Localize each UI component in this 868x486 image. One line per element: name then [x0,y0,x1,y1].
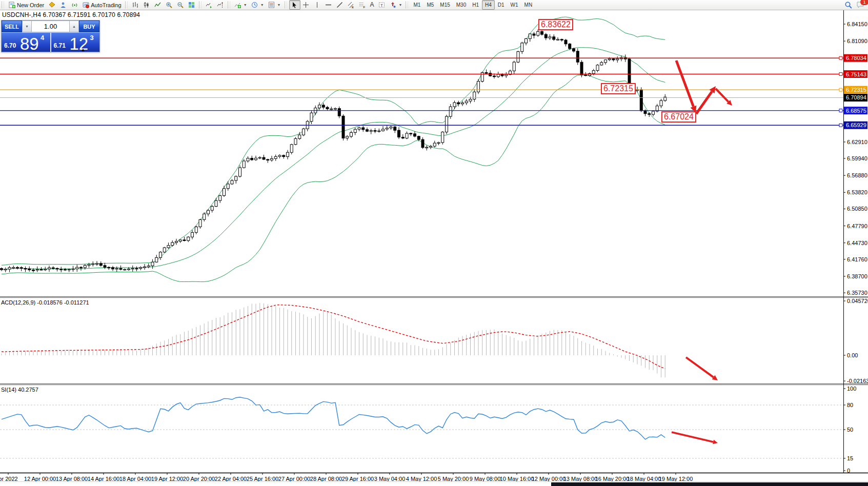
templates-button[interactable]: ▼ [266,0,283,10]
line-chart-icon [154,2,162,9]
zoom-in-button[interactable] [164,0,175,10]
fibonacci-tool-button[interactable]: F [357,0,368,10]
bar-chart-button[interactable] [130,0,141,10]
vertical-line-icon [314,2,321,9]
svg-text:50: 50 [847,427,853,433]
text-icon: A [370,2,374,8]
volume-increase-button[interactable]: ▲ [69,21,79,32]
tab-timeframe-h4[interactable]: H4 [482,0,495,10]
svg-text:E: E [352,6,354,9]
terminal-icon [59,2,67,9]
tab-timeframe-m5[interactable]: M5 [423,0,437,10]
horizontal-line-icon [325,2,332,9]
arrows-icon [390,2,397,9]
svg-text:-0.021639: -0.021639 [847,378,868,384]
volume-decrease-button[interactable]: ▼ [22,21,32,32]
sell-price-big: 89 [20,34,39,52]
templates-caret: ▼ [277,3,281,7]
terminal-button[interactable] [57,0,69,10]
svg-text:6.81090: 6.81090 [847,38,867,44]
buy-price-small: 6.71 [54,42,66,49]
autotrading-icon [82,2,89,9]
tab-timeframe-m15[interactable]: M15 [437,0,453,10]
crosshair-tool-button[interactable] [300,0,312,10]
horizontal-line-tool-button[interactable] [323,0,334,10]
new-order-button[interactable]: New Order [6,0,46,10]
tab-timeframe-m1[interactable]: M1 [410,0,423,10]
text-label-tool-button[interactable]: T [376,0,388,10]
chart-shift-button[interactable] [215,0,226,10]
notifications-icon[interactable]: 1 [856,2,865,9]
crosshair-icon [302,2,310,9]
tab-timeframe-w1[interactable]: W1 [508,0,521,10]
toolbar-grip[interactable] [285,2,287,8]
line-chart-button[interactable] [152,0,164,10]
periods-button[interactable]: ▼ [249,0,266,10]
tab-timeframe-m30[interactable]: M30 [453,0,469,10]
candlestick-chart-icon [143,2,150,9]
price-annotation[interactable]: 6.83622 [538,19,573,30]
trendline-tool-button[interactable] [334,0,346,10]
candlestick-chart-button[interactable] [141,0,152,10]
svg-text:0: 0 [847,468,850,474]
price-annotation[interactable]: 6.67024 [661,111,696,123]
equidistant-channel-tool-button[interactable]: E [346,0,357,10]
toolbar-grip[interactable] [406,2,408,8]
toolbar-grip[interactable] [2,2,4,8]
svg-text:80: 80 [847,402,853,408]
notification-badge: 1 [860,0,868,5]
svg-text:6.59940: 6.59940 [847,155,867,161]
svg-text:6.62910: 6.62910 [847,139,867,145]
sell-button[interactable]: SELL [2,21,22,32]
cursor-tool-button[interactable] [289,0,300,10]
arrows-tool-button[interactable]: ▼ [388,0,405,10]
zoom-out-icon [177,2,184,9]
autotrading-button[interactable]: AutoTrading [80,0,124,10]
auto-scroll-button[interactable] [204,0,215,10]
new-order-icon [8,2,15,9]
mt4-window: { "toolbar": { "new_order_label": "New O… [0,0,868,486]
vertical-line-tool-button[interactable] [312,0,323,10]
sell-price-panel[interactable]: 6.70 89 4 [2,33,50,52]
svg-text:0.00: 0.00 [847,352,858,358]
cursor-icon [291,2,298,9]
svg-text:6.50850: 6.50850 [847,206,867,212]
toolbar-grip[interactable] [125,2,128,8]
chart-shift-icon [217,2,224,9]
text-tool-button[interactable]: A [368,0,376,10]
tab-timeframe-mn[interactable]: MN [521,0,536,10]
metaeditor-icon [48,2,55,9]
tile-windows-button[interactable] [186,0,197,10]
svg-text:6.70894: 6.70894 [846,94,866,100]
zoom-in-icon [166,2,173,9]
svg-text:6.35730: 6.35730 [847,290,867,296]
buy-button[interactable]: BUY [79,21,99,32]
svg-text:0.045726: 0.045726 [847,298,868,304]
volume-input[interactable]: 1.00 [32,21,69,32]
zoom-out-button[interactable] [175,0,186,10]
svg-text:6.56880: 6.56880 [847,172,867,178]
buy-price-panel[interactable]: 6.71 12 3 ▲ [50,33,100,52]
svg-text:6.44730: 6.44730 [847,240,867,246]
price-annotation[interactable]: 6.72315 [601,83,636,94]
toolbar-grip[interactable] [199,2,201,8]
fibonacci-icon: F [359,2,366,9]
svg-text:6.53820: 6.53820 [847,189,867,195]
buy-price-big: 12 [70,34,89,52]
new-order-label: New Order [17,2,44,8]
tab-timeframe-h1[interactable]: H1 [469,0,482,10]
search-icon[interactable] [844,2,852,9]
timeframe-group: M1M5M15M30H1H4D1W1MN [410,0,535,10]
metaeditor-button[interactable] [46,0,57,10]
signals-button[interactable] [69,0,80,10]
tab-timeframe-d1[interactable]: D1 [495,0,508,10]
trendline-icon [336,2,344,9]
chart-canvas[interactable]: 6.780346.751436.723156.685756.659296.708… [0,0,868,486]
toolbar-grip[interactable] [228,2,230,8]
indicators-button[interactable]: ▼ [232,0,249,10]
svg-text:6.84150: 6.84150 [847,21,867,27]
svg-text:T: T [380,3,383,8]
svg-text:6.38700: 6.38700 [847,273,867,279]
text-label-icon: T [378,2,386,9]
svg-text:6.75143: 6.75143 [846,71,866,77]
